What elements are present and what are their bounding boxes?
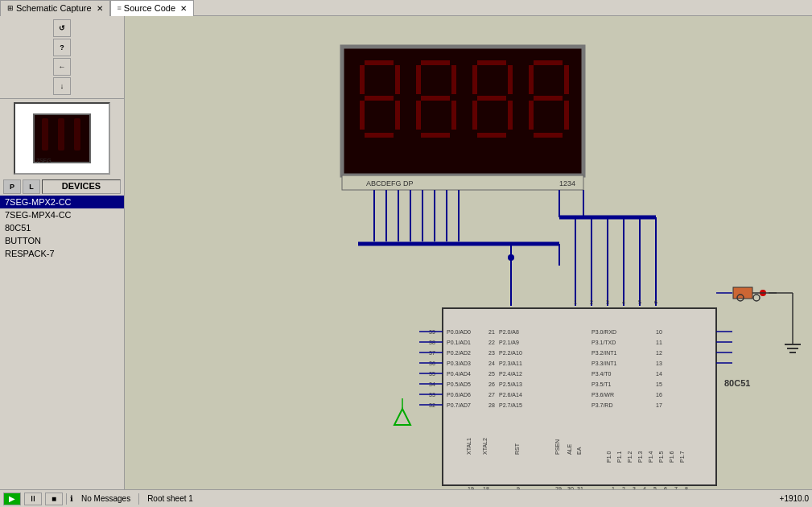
- svg-rect-7: [395, 101, 400, 130]
- svg-text:9: 9: [517, 486, 520, 489]
- svg-text:3: 3: [633, 486, 636, 489]
- svg-rect-21: [508, 101, 513, 130]
- svg-rect-23: [472, 101, 477, 130]
- svg-text:12: 12: [656, 350, 662, 356]
- svg-text:P1.6: P1.6: [669, 451, 674, 463]
- svg-rect-20: [508, 65, 513, 94]
- svg-text:P2.0/A8: P2.0/A8: [499, 329, 519, 335]
- svg-text:PSEN: PSEN: [554, 439, 560, 455]
- svg-rect-28: [564, 101, 569, 130]
- svg-rect-12: [421, 60, 450, 65]
- close-source-tab[interactable]: ✕: [180, 4, 187, 13]
- p-nav-button[interactable]: P: [3, 179, 21, 194]
- svg-text:17: 17: [656, 402, 662, 408]
- stop-button[interactable]: ■: [45, 493, 63, 505]
- svg-rect-31: [529, 65, 534, 94]
- svg-text:P3.3/INT1: P3.3/INT1: [591, 361, 617, 366]
- sidebar-toolbar: ↺ ? ← ↓: [0, 16, 124, 99]
- svg-rect-16: [416, 101, 421, 130]
- arrow-down-button[interactable]: ↓: [53, 77, 71, 95]
- rotate-tool-button[interactable]: ↺: [53, 19, 71, 37]
- svg-text:P0.1/AD1: P0.1/AD1: [447, 340, 471, 345]
- device-item-7seg-mpx4[interactable]: 7SEG-MPX4-CC: [0, 208, 124, 221]
- svg-rect-25: [477, 96, 506, 101]
- svg-text:8: 8: [685, 486, 688, 489]
- svg-text:2: 2: [622, 486, 625, 489]
- svg-text:EA: EA: [576, 447, 582, 455]
- schematic-svg: ABCDEFG DP 1234: [125, 16, 812, 489]
- svg-text:7: 7: [674, 486, 678, 489]
- svg-text:P3.1/TXD: P3.1/TXD: [591, 340, 616, 345]
- svg-text:30: 30: [567, 486, 574, 489]
- svg-text:1: 1: [574, 299, 577, 305]
- svg-rect-17: [416, 65, 421, 94]
- svg-rect-24: [472, 65, 477, 94]
- svg-text:P3.2/INT1: P3.2/INT1: [591, 350, 617, 356]
- svg-text:P2.6/A14: P2.6/A14: [499, 392, 522, 398]
- svg-text:RST: RST: [514, 443, 520, 455]
- svg-rect-26: [534, 60, 563, 65]
- play-button[interactable]: ▶: [3, 493, 21, 505]
- svg-rect-9: [360, 101, 365, 130]
- main-layout: ↺ ? ← ↓ 7SEG P L DEVICES 7SEG-MPX2-CC: [0, 16, 812, 489]
- status-coordinates: +1910.0: [780, 494, 809, 503]
- svg-rect-13: [451, 65, 456, 94]
- svg-rect-11: [365, 96, 394, 101]
- svg-text:P2.3/A11: P2.3/A11: [499, 361, 522, 366]
- sidebar: ↺ ? ← ↓ 7SEG P L DEVICES 7SEG-MPX2-CC: [0, 16, 125, 489]
- arrow-left-button[interactable]: ←: [53, 58, 71, 76]
- svg-text:P1.2: P1.2: [627, 451, 633, 463]
- svg-text:P3.0/RXD: P3.0/RXD: [591, 329, 616, 335]
- ic-name-label: 80C51: [724, 378, 750, 388]
- svg-text:P1.0: P1.0: [606, 451, 612, 463]
- svg-text:10: 10: [656, 329, 662, 335]
- open-pin-2: [753, 295, 760, 301]
- question-tool-button[interactable]: ?: [53, 39, 71, 56]
- svg-rect-32: [534, 96, 563, 101]
- component-preview: 7SEG: [14, 102, 110, 175]
- status-separator-1: [66, 493, 67, 505]
- svg-text:P2.1/A9: P2.1/A9: [499, 340, 519, 345]
- svg-text:4: 4: [643, 486, 646, 489]
- svg-text:P3.5/T1: P3.5/T1: [591, 381, 612, 387]
- preview-svg: 7SEG: [30, 110, 94, 167]
- status-message: No Messages: [76, 494, 135, 503]
- tab-source-code[interactable]: ≡ Source Code ✕: [110, 0, 194, 16]
- device-item-7seg-mpx2[interactable]: 7SEG-MPX2-CC: [0, 196, 124, 208]
- svg-text:15: 15: [656, 381, 662, 387]
- svg-text:P1.5: P1.5: [658, 451, 664, 463]
- svg-text:21: 21: [488, 329, 495, 335]
- svg-text:25: 25: [488, 371, 495, 377]
- svg-text:23: 23: [488, 350, 495, 356]
- svg-rect-19: [477, 60, 506, 65]
- device-item-respack7[interactable]: RESPACK-7: [0, 247, 124, 260]
- close-schematic-tab[interactable]: ✕: [97, 4, 103, 13]
- power-symbol: [394, 409, 410, 425]
- svg-text:P2.5/A13: P2.5/A13: [499, 381, 522, 387]
- svg-rect-5: [365, 60, 394, 65]
- l-nav-button[interactable]: L: [23, 179, 40, 194]
- tab-schematic-capture[interactable]: ⊞ Schematic Capture ✕: [0, 0, 110, 16]
- svg-text:19: 19: [468, 486, 474, 489]
- status-separator-2: [138, 493, 139, 505]
- svg-rect-15: [421, 133, 450, 138]
- device-list: 7SEG-MPX2-CC 7SEG-MPX4-CC 80C51 BUTTON R…: [0, 196, 124, 489]
- svg-text:P2.4/A12: P2.4/A12: [499, 371, 522, 377]
- svg-text:13: 13: [656, 361, 662, 366]
- device-item-80c51[interactable]: 80C51: [0, 221, 124, 234]
- svg-text:P2.2/A10: P2.2/A10: [499, 350, 522, 356]
- pause-button[interactable]: ⏸: [24, 493, 42, 505]
- svg-rect-2: [58, 118, 64, 150]
- svg-text:P0.0/AD0: P0.0/AD0: [447, 329, 471, 335]
- svg-text:P3.4/T0: P3.4/T0: [591, 371, 612, 377]
- svg-text:P1.4: P1.4: [648, 451, 653, 463]
- device-item-button[interactable]: BUTTON: [0, 234, 124, 247]
- svg-text:7SEG: 7SEG: [36, 158, 52, 163]
- svg-text:XTAL1: XTAL1: [466, 438, 472, 455]
- svg-text:P3.6/WR: P3.6/WR: [591, 392, 614, 398]
- svg-text:ALE: ALE: [567, 443, 572, 455]
- schematic-canvas[interactable]: ABCDEFG DP 1234: [125, 16, 812, 489]
- svg-text:22: 22: [488, 340, 495, 345]
- seven-seg-body: [342, 47, 583, 175]
- svg-rect-1: [42, 118, 48, 150]
